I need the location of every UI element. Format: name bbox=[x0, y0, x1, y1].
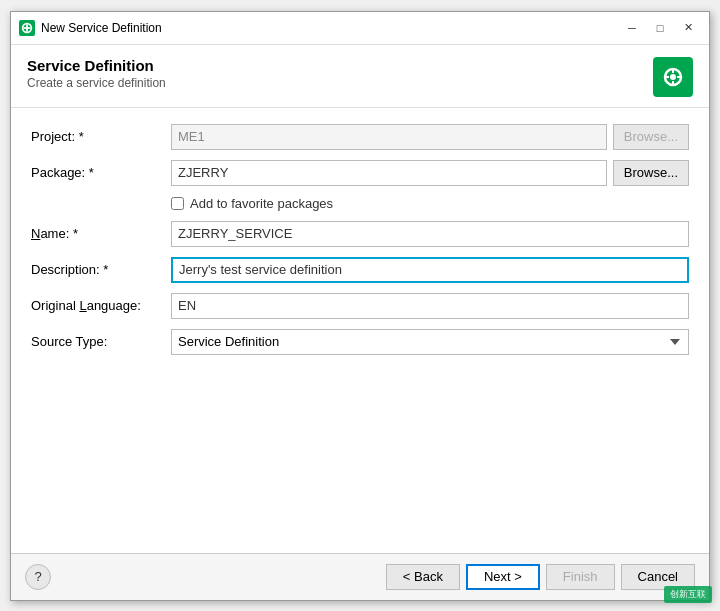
header-title: Service Definition bbox=[27, 57, 166, 74]
description-input[interactable] bbox=[171, 257, 689, 283]
bottom-bar: ? < Back Next > Finish Cancel bbox=[11, 553, 709, 600]
minimize-button[interactable]: ─ bbox=[619, 18, 645, 38]
back-button[interactable]: < Back bbox=[386, 564, 460, 590]
project-row: Project: * Browse... bbox=[31, 124, 689, 150]
content-area: Service Definition Create a service defi… bbox=[11, 45, 709, 600]
project-browse-button[interactable]: Browse... bbox=[613, 124, 689, 150]
project-input-wrap: Browse... bbox=[171, 124, 689, 150]
favorite-checkbox[interactable] bbox=[171, 197, 184, 210]
title-bar: New Service Definition ─ □ ✕ bbox=[11, 12, 709, 45]
window-icon bbox=[19, 20, 35, 36]
package-input-wrap: Browse... bbox=[171, 160, 689, 186]
package-label: Package: * bbox=[31, 165, 171, 180]
window-controls: ─ □ ✕ bbox=[619, 18, 701, 38]
description-row: Description: * bbox=[31, 257, 689, 283]
maximize-button[interactable]: □ bbox=[647, 18, 673, 38]
source-type-select[interactable]: Service Definition bbox=[171, 329, 689, 355]
package-browse-button[interactable]: Browse... bbox=[613, 160, 689, 186]
header-section: Service Definition Create a service defi… bbox=[11, 45, 709, 108]
form-area: Project: * Browse... Package: * Browse..… bbox=[11, 108, 709, 553]
favorite-checkbox-row: Add to favorite packages bbox=[171, 196, 689, 211]
next-button[interactable]: Next > bbox=[466, 564, 540, 590]
language-input-wrap bbox=[171, 293, 689, 319]
window-title: New Service Definition bbox=[41, 21, 613, 35]
source-type-row: Source Type: Service Definition bbox=[31, 329, 689, 355]
description-label: Description: * bbox=[31, 262, 171, 277]
finish-button[interactable]: Finish bbox=[546, 564, 615, 590]
cancel-button[interactable]: Cancel bbox=[621, 564, 695, 590]
description-input-wrap bbox=[171, 257, 689, 283]
svg-point-4 bbox=[670, 74, 676, 80]
language-row: Original Language: bbox=[31, 293, 689, 319]
language-label: Original Language: bbox=[31, 298, 171, 313]
name-row: Name: * bbox=[31, 221, 689, 247]
name-label: Name: * bbox=[31, 226, 171, 241]
help-button[interactable]: ? bbox=[25, 564, 51, 590]
name-input-wrap bbox=[171, 221, 689, 247]
header-text: Service Definition Create a service defi… bbox=[27, 57, 166, 90]
source-type-label: Source Type: bbox=[31, 334, 171, 349]
source-type-input-wrap: Service Definition bbox=[171, 329, 689, 355]
package-row: Package: * Browse... bbox=[31, 160, 689, 186]
header-icon bbox=[653, 57, 693, 97]
header-subtitle: Create a service definition bbox=[27, 76, 166, 90]
language-input[interactable] bbox=[171, 293, 689, 319]
name-input[interactable] bbox=[171, 221, 689, 247]
package-input[interactable] bbox=[171, 160, 607, 186]
close-button[interactable]: ✕ bbox=[675, 18, 701, 38]
main-window: New Service Definition ─ □ ✕ Service Def… bbox=[10, 11, 710, 601]
project-input[interactable] bbox=[171, 124, 607, 150]
favorite-label: Add to favorite packages bbox=[190, 196, 333, 211]
project-label: Project: * bbox=[31, 129, 171, 144]
